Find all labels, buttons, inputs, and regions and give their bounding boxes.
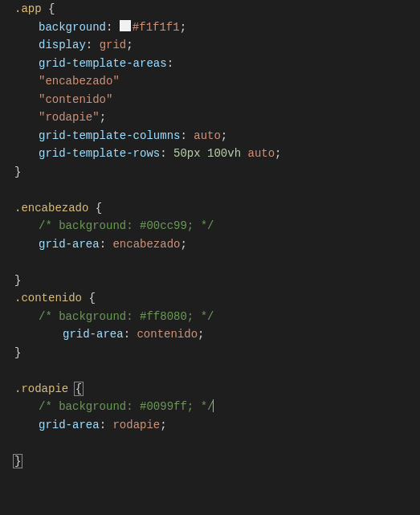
code-line[interactable] [14,362,420,380]
code-line[interactable]: grid-template-areas: [14,55,420,73]
code-line[interactable]: "encabezado" [14,72,420,91]
code-line[interactable]: grid-template-rows: 50px 100vh auto; [14,145,420,163]
brace-close: } [13,454,22,468]
css-property: grid-area [39,238,100,251]
code-line[interactable]: } [14,272,420,290]
code-line[interactable]: display: grid; [14,36,420,55]
css-property: grid-area [39,419,100,431]
css-value: auto [194,129,221,142]
brace-close: } [14,166,21,178]
code-line[interactable]: } [14,344,420,362]
code-line[interactable]: /* background: #0099ff; */ [14,398,420,416]
css-value: encabezado [112,238,180,251]
css-property: grid-area [63,328,124,341]
css-selector: .encabezado [14,202,88,215]
css-selector: .rodapie [14,382,68,395]
css-value: grid [100,39,127,51]
code-line[interactable]: "contenido" [14,91,420,109]
css-value: auto [247,147,275,160]
code-line[interactable]: .encabezado { [14,199,420,218]
css-property: display [39,39,86,51]
css-comment: /* background: #00cc99; */ [39,219,214,232]
css-selector: .contenido [14,292,82,305]
color-swatch[interactable] [120,20,131,31]
text-cursor [213,399,214,412]
css-value: "contenido" [39,93,112,106]
code-line[interactable]: /* background: #ff8080; */ [14,308,420,326]
css-value: rodapie [112,419,160,431]
css-value: contenido [137,328,198,341]
brace-open: { [48,2,55,15]
css-value: "encabezado" [39,75,120,88]
code-line[interactable] [14,181,420,199]
brace-close: } [14,346,21,359]
code-line[interactable]: "rodapie"; [14,108,420,127]
css-value: #f1f1f1 [133,21,180,34]
code-line[interactable]: .app { [14,0,420,18]
css-selector: .app [14,2,42,15]
brace-open: { [74,382,84,396]
css-value: 100vh [207,147,241,160]
css-comment: /* background: #ff8080; */ [39,310,214,323]
css-value: 50px [173,147,201,160]
code-editor[interactable]: .app { background: #f1f1f1; display: gri… [0,0,420,470]
code-line[interactable]: .rodapie { [14,380,420,399]
code-line[interactable]: grid-template-columns: auto; [14,127,420,145]
css-property: grid-template-columns [39,129,180,142]
code-line[interactable] [14,434,420,452]
css-property: grid-template-areas [39,57,167,70]
code-line[interactable]: } [14,163,420,182]
css-comment: /* background: #0099ff; */ [39,400,214,413]
code-line[interactable]: grid-area: contenido; [14,325,420,344]
brace-close: } [14,274,21,287]
css-value: "rodapie" [39,111,100,124]
brace-open: { [96,202,102,215]
css-property: grid-template-rows [39,147,160,160]
code-line[interactable]: } [14,452,420,471]
code-line[interactable]: grid-area: rodapie; [14,416,420,435]
code-line[interactable]: background: #f1f1f1; [14,18,420,37]
code-line[interactable]: /* background: #00cc99; */ [14,217,420,235]
brace-open: { [88,292,95,305]
css-property: background [39,21,106,34]
code-line[interactable]: .contenido { [14,289,420,308]
code-line[interactable]: grid-area: encabezado; [14,235,420,254]
code-line[interactable] [14,253,420,272]
